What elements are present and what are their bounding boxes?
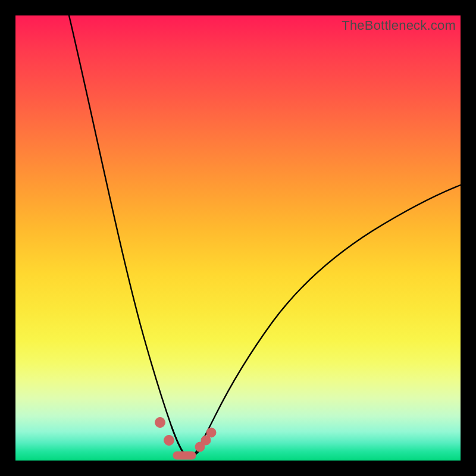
curve-left-branch xyxy=(69,15,184,455)
plot-area: TheBottleneck.com xyxy=(15,15,461,461)
trough-highlight xyxy=(173,452,196,459)
bead-group xyxy=(155,418,217,452)
bead-dot xyxy=(155,418,165,428)
curve-right-branch xyxy=(195,185,461,453)
bead-dot xyxy=(206,428,216,437)
chart-svg xyxy=(15,15,461,461)
bead-dot xyxy=(164,436,174,446)
chart-frame: TheBottleneck.com xyxy=(0,0,476,476)
